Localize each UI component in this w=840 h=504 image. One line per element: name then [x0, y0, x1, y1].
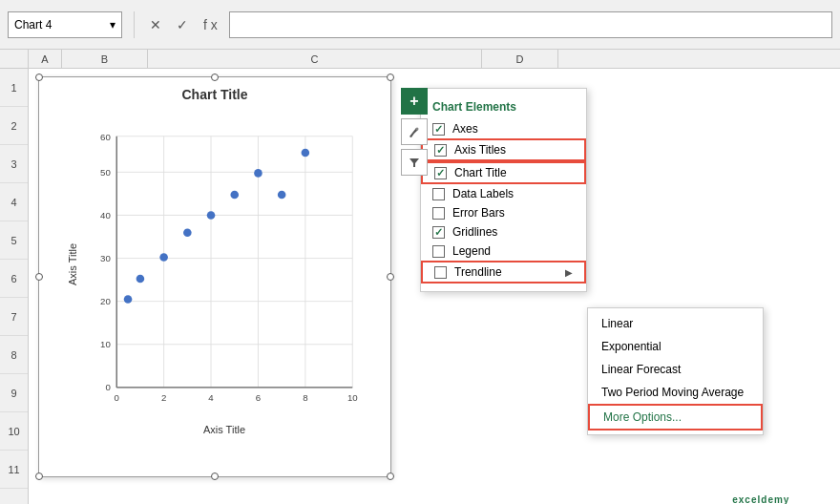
- watermark: exceldemy EXCEL · DATA · BI: [732, 494, 830, 504]
- handle-ml[interactable]: [35, 273, 43, 281]
- column-headers: A B C D: [0, 50, 840, 69]
- panel-item-gridlines[interactable]: Gridlines: [421, 222, 586, 242]
- svg-point-33: [230, 191, 239, 200]
- handle-bl[interactable]: [35, 472, 43, 480]
- row-12[interactable]: 12: [0, 489, 28, 504]
- row-3[interactable]: 3: [0, 145, 28, 183]
- handle-tl[interactable]: [35, 74, 43, 81]
- paintbrush-icon: [408, 125, 421, 138]
- panel-item-axes[interactable]: Axes: [421, 119, 586, 138]
- checkbox-error-bars[interactable]: [432, 207, 445, 220]
- panel-label-legend: Legend: [452, 244, 575, 258]
- function-icon[interactable]: f x: [200, 15, 221, 34]
- name-box-dropdown-icon[interactable]: ▾: [110, 18, 116, 32]
- handle-br[interactable]: [387, 472, 394, 480]
- panel-label-error-bars: Error Bars: [452, 206, 575, 220]
- handle-mr[interactable]: [387, 273, 394, 281]
- name-box[interactable]: Chart 4 ▾: [8, 11, 122, 38]
- row-6[interactable]: 6: [0, 260, 28, 298]
- row-1[interactable]: 1: [0, 69, 28, 107]
- row-9[interactable]: 9: [0, 374, 28, 412]
- filter-icon: [408, 156, 421, 169]
- panel-item-trendline[interactable]: Trendline ▶: [421, 261, 586, 284]
- col-header-d[interactable]: D: [482, 50, 558, 68]
- svg-text:50: 50: [100, 167, 111, 178]
- chart-elements-title: Chart Elements: [421, 96, 586, 119]
- checkbox-gridlines[interactable]: [432, 226, 445, 239]
- panel-label-data-labels: Data Labels: [452, 187, 575, 200]
- chart-container[interactable]: Chart Title Axis Title: [38, 76, 391, 477]
- checkbox-axis-titles[interactable]: [434, 144, 447, 157]
- formula-bar[interactable]: [229, 11, 832, 38]
- panel-item-data-labels[interactable]: Data Labels: [421, 184, 586, 203]
- col-header-a[interactable]: A: [29, 50, 62, 68]
- svg-point-35: [278, 191, 286, 200]
- x-axis-title[interactable]: Axis Title: [58, 422, 390, 439]
- panel-label-axis-titles: Axis Titles: [454, 143, 573, 157]
- row-2[interactable]: 2: [0, 107, 28, 145]
- svg-point-31: [183, 228, 192, 237]
- chart-plot: 0 10 20 30 40 50 60 0 2 4 6: [86, 126, 363, 403]
- row-4[interactable]: 4: [0, 183, 28, 221]
- panel-label-trendline: Trendline: [454, 265, 557, 279]
- cells-area: Chart Title Axis Title: [29, 69, 840, 504]
- panel-item-chart-title[interactable]: Chart Title: [421, 161, 586, 184]
- panel-label-axes: Axes: [452, 122, 575, 136]
- trendline-arrow-icon: ▶: [565, 267, 573, 278]
- checkbox-chart-title[interactable]: [434, 167, 447, 179]
- submenu-item-exponential[interactable]: Exponential: [588, 335, 763, 358]
- trendline-submenu: Linear Exponential Linear Forecast Two P…: [587, 307, 764, 435]
- chart-style-button[interactable]: [401, 118, 428, 145]
- submenu-item-linear-forecast[interactable]: Linear Forecast: [588, 358, 763, 381]
- toolbar: Chart 4 ▾ ✕ ✓ f x: [0, 0, 840, 50]
- checkbox-trendline[interactable]: [434, 266, 447, 279]
- svg-text:0: 0: [115, 392, 119, 403]
- checkbox-axes[interactable]: [432, 123, 445, 136]
- handle-tc[interactable]: [211, 74, 219, 81]
- svg-point-32: [207, 211, 216, 220]
- checkbox-legend[interactable]: [432, 245, 445, 258]
- panel-item-axis-titles[interactable]: Axis Titles: [421, 138, 586, 161]
- row-8[interactable]: 8: [0, 336, 28, 374]
- svg-point-29: [136, 275, 145, 284]
- svg-text:4: 4: [208, 392, 214, 403]
- svg-text:10: 10: [100, 339, 111, 349]
- rows-area: 1 2 3 4 5 6 7 8 9 10 11 12: [0, 69, 840, 504]
- chart-filter-button[interactable]: [401, 149, 428, 176]
- spreadsheet-area: A B C D 1 2 3 4 5 6 7 8 9 10 11 12: [0, 50, 840, 504]
- svg-text:8: 8: [303, 392, 307, 403]
- watermark-brand: exceldemy: [732, 494, 789, 504]
- chart-elements-panel: Chart Elements Axes Axis Titles Chart Ti…: [420, 88, 587, 292]
- confirm-icon[interactable]: ✓: [173, 15, 192, 34]
- svg-text:40: 40: [100, 210, 111, 220]
- panel-label-gridlines: Gridlines: [452, 225, 575, 239]
- panel-label-chart-title: Chart Title: [454, 166, 573, 179]
- submenu-item-more-options[interactable]: More Options...: [588, 404, 763, 430]
- row-11[interactable]: 11: [0, 451, 28, 489]
- handle-tr[interactable]: [387, 74, 394, 81]
- svg-text:10: 10: [347, 392, 358, 403]
- chart-svg: 0 10 20 30 40 50 60 0 2 4 6: [86, 126, 363, 403]
- row-7[interactable]: 7: [0, 298, 28, 336]
- y-axis-title[interactable]: Axis Title: [67, 169, 82, 360]
- chart-toolbar-buttons: +: [401, 88, 428, 176]
- row-num-header: [0, 50, 29, 68]
- submenu-item-two-period[interactable]: Two Period Moving Average: [588, 381, 763, 404]
- svg-point-36: [302, 149, 310, 158]
- row-10[interactable]: 10: [0, 412, 28, 451]
- row-5[interactable]: 5: [0, 221, 28, 260]
- chart-title[interactable]: Chart Title: [39, 77, 390, 107]
- submenu-item-linear[interactable]: Linear: [588, 312, 763, 335]
- cancel-icon[interactable]: ✕: [146, 15, 165, 34]
- svg-point-30: [159, 253, 168, 262]
- panel-item-error-bars[interactable]: Error Bars: [421, 203, 586, 222]
- handle-bc[interactable]: [211, 472, 219, 480]
- checkbox-data-labels[interactable]: [432, 188, 445, 200]
- col-header-b[interactable]: B: [62, 50, 148, 68]
- row-numbers: 1 2 3 4 5 6 7 8 9 10 11 12: [0, 69, 29, 504]
- col-header-c[interactable]: C: [148, 50, 482, 68]
- panel-item-legend[interactable]: Legend: [421, 242, 586, 261]
- svg-text:2: 2: [161, 392, 166, 403]
- toolbar-separator: [134, 11, 135, 38]
- add-chart-element-button[interactable]: +: [401, 88, 428, 115]
